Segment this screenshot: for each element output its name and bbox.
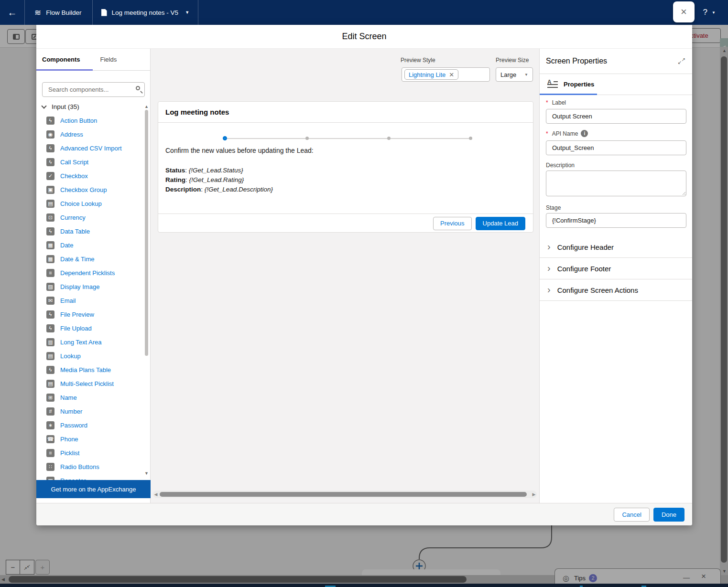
- component-label: Currency: [60, 214, 86, 221]
- component-item[interactable]: ⊞ Name: [36, 391, 144, 405]
- preview-style-input[interactable]: Lightning Lite ✕: [402, 67, 490, 82]
- sidebar-tabs: Components Fields: [36, 49, 150, 71]
- configure-section-row[interactable]: › Configure Screen Actions: [540, 279, 692, 301]
- search-input[interactable]: [42, 82, 145, 97]
- component-item[interactable]: ▦ Date & Time: [36, 252, 144, 266]
- progress-step-active: [223, 136, 227, 140]
- list-scroll-down-icon[interactable]: ▼: [144, 471, 149, 476]
- canvas-horizontal-scrollbar[interactable]: ◀ ▶: [153, 491, 537, 498]
- configure-section-row[interactable]: › Configure Header: [540, 236, 692, 258]
- component-label: Multi-Select Picklist: [60, 380, 114, 387]
- api-name-field[interactable]: [546, 140, 686, 155]
- component-item[interactable]: ϟ Data Table: [36, 224, 144, 238]
- configure-section-label: Configure Footer: [557, 265, 611, 273]
- panel-title-text: Screen Properties: [546, 57, 607, 65]
- input-section-header[interactable]: Input (35): [42, 103, 79, 110]
- update-lead-button[interactable]: Update Lead: [476, 217, 525, 230]
- component-item[interactable]: ▣ Checkbox Group: [36, 183, 144, 197]
- component-icon: ϟ: [46, 310, 54, 319]
- component-item[interactable]: ϟ Advanced CSV Import: [36, 141, 144, 155]
- tab-fields[interactable]: Fields: [100, 56, 117, 63]
- done-button[interactable]: Done: [653, 508, 685, 522]
- component-label: Checkbox Group: [60, 186, 107, 193]
- tab-components[interactable]: Components: [42, 56, 80, 63]
- description-field[interactable]: [546, 171, 686, 196]
- chevron-down-icon: ▼: [185, 10, 189, 15]
- component-item[interactable]: ☎ Phone: [36, 432, 144, 446]
- component-item[interactable]: # Number: [36, 405, 144, 418]
- component-item[interactable]: ◉ Address: [36, 128, 144, 141]
- screen-title: Log meeting notes: [158, 102, 533, 123]
- component-item[interactable]: ▤ Multi-Select Picklist: [36, 377, 144, 391]
- component-item[interactable]: ϟ Media Plans Table: [36, 363, 144, 377]
- component-item[interactable]: ✓ Checkbox: [36, 169, 144, 183]
- component-icon: ▤: [46, 352, 54, 360]
- label-field[interactable]: [546, 109, 686, 124]
- component-label: Password: [60, 422, 87, 429]
- component-item[interactable]: ∗ Password: [36, 418, 144, 432]
- chevron-right-icon: ›: [547, 264, 551, 272]
- scroll-right-arrow-icon[interactable]: ▶: [531, 492, 537, 497]
- screen-footer: Previous Update Lead: [158, 213, 533, 233]
- chevron-down-icon: [41, 103, 46, 108]
- component-icon: ∷: [46, 463, 54, 471]
- component-label: Media Plans Table: [60, 366, 111, 374]
- info-icon[interactable]: i: [581, 130, 588, 137]
- component-item[interactable]: ▦ Date: [36, 238, 144, 252]
- components-sidebar: Components Fields Input (35) ϟ: [36, 49, 151, 503]
- component-icon: ≡: [46, 449, 54, 457]
- component-icon: ϟ: [46, 158, 54, 166]
- screen-preview-canvas: Preview Style Lightning Lite ✕ Preview S…: [151, 49, 539, 503]
- expand-panel-icon[interactable]: ↗↙: [678, 57, 685, 65]
- component-item[interactable]: ▨ Display Image: [36, 280, 144, 294]
- component-label: Dependent Picklists: [60, 269, 115, 277]
- field-label: Rating: [165, 176, 185, 183]
- list-scroll-up-icon[interactable]: ▲: [144, 104, 149, 109]
- component-item[interactable]: ✉ Email: [36, 294, 144, 308]
- component-item[interactable]: ▤ Choice Lookup: [36, 197, 144, 211]
- field-label: Description: [165, 186, 201, 193]
- input-section-label: Input (35): [52, 103, 79, 110]
- component-label: Call Script: [60, 159, 88, 166]
- component-label: File Upload: [60, 325, 92, 332]
- flow-title: Log meeting notes - V5: [112, 9, 179, 16]
- previous-button[interactable]: Previous: [433, 217, 472, 230]
- component-item[interactable]: ≡ Picklist: [36, 446, 144, 460]
- component-icon: ▤: [46, 380, 54, 388]
- component-item[interactable]: ∷ Radio Buttons: [36, 460, 144, 474]
- component-label: Long Text Area: [60, 339, 102, 346]
- close-modal-button[interactable]: ×: [673, 1, 695, 22]
- help-menu[interactable]: ? ▼: [703, 0, 716, 25]
- panel-title: Screen Properties ↗↙: [540, 49, 692, 74]
- component-item[interactable]: ▣ Repeater: [36, 474, 144, 480]
- appexchange-banner[interactable]: Get more on the AppExchange: [36, 480, 151, 498]
- component-item[interactable]: ϟ File Upload: [36, 321, 144, 335]
- scroll-left-arrow-icon[interactable]: ◀: [153, 492, 159, 497]
- flow-title-menu[interactable]: Log meeting notes - V5 ▼: [93, 0, 199, 25]
- progress-segment: [227, 138, 305, 139]
- flow-builder-brand: ≋ Flow Builder: [25, 0, 93, 25]
- component-icon: ✉: [46, 297, 54, 305]
- component-item[interactable]: ≡ Dependent Picklists: [36, 266, 144, 280]
- preview-size-select[interactable]: Large ▼: [496, 67, 533, 82]
- component-item[interactable]: ϟ Call Script: [36, 155, 144, 169]
- component-label: Date & Time: [60, 256, 95, 263]
- component-icon: ◉: [46, 130, 54, 139]
- component-item[interactable]: ⊡ Currency: [36, 211, 144, 224]
- configure-section-label: Configure Header: [557, 243, 614, 251]
- component-item[interactable]: ϟ Action Button: [36, 114, 144, 128]
- cancel-button[interactable]: Cancel: [614, 508, 649, 522]
- stage-field[interactable]: [546, 213, 686, 228]
- canvas-scrollbar-thumb[interactable]: [160, 492, 527, 497]
- close-icon: ×: [681, 6, 687, 18]
- component-item[interactable]: ▤ Lookup: [36, 349, 144, 363]
- list-scrollbar-thumb[interactable]: [145, 110, 148, 356]
- component-item[interactable]: ▥ Long Text Area: [36, 335, 144, 349]
- chevron-right-icon: ›: [547, 286, 551, 293]
- tab-properties[interactable]: Properties: [564, 81, 594, 88]
- chip-remove-icon[interactable]: ✕: [449, 71, 454, 78]
- configure-section-row[interactable]: › Configure Footer: [540, 258, 692, 279]
- component-item[interactable]: ϟ File Preview: [36, 308, 144, 321]
- back-button[interactable]: ←: [0, 0, 25, 25]
- component-label: File Preview: [60, 311, 94, 318]
